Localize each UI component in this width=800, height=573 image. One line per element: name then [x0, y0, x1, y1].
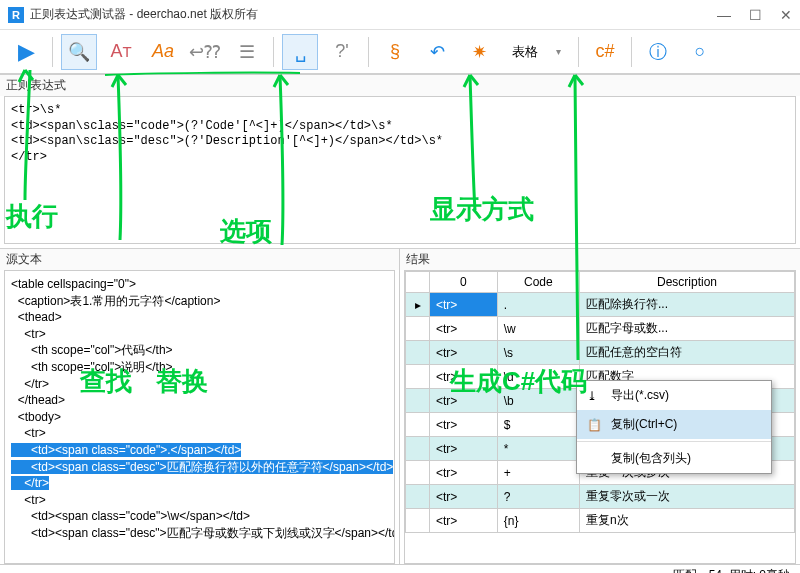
menu-item[interactable]: 📋复制(Ctrl+C): [577, 410, 771, 439]
source-input[interactable]: <table cellspacing="0"> <caption>表1.常用的元…: [4, 270, 395, 564]
run-button[interactable]: ▶: [8, 34, 44, 70]
display-mode-dropdown[interactable]: 表格 ▾: [503, 40, 570, 64]
display-mode-label: 表格: [512, 43, 538, 61]
regex-input[interactable]: <tr>\s* <td><span\sclass="code">(?'Code'…: [4, 96, 796, 244]
regex-text: <tr>\s* <td><span\sclass="code">(?'Code'…: [5, 97, 795, 171]
gear-icon[interactable]: ✷: [461, 34, 497, 70]
menu-item[interactable]: 复制(包含列头): [577, 444, 771, 473]
replace-button[interactable]: ↩⁇: [187, 34, 223, 70]
table-row[interactable]: <tr>\s匹配任意的空白符: [406, 341, 795, 365]
titlebar: R 正则表达式测试器 - deerchao.net 版权所有 — ☐ ✕: [0, 0, 800, 30]
italic-text-button[interactable]: Aa: [145, 34, 181, 70]
window-title: 正则表达式测试器 - deerchao.net 版权所有: [30, 6, 258, 23]
source-pane-label: 源文本: [0, 248, 399, 270]
csharp-codegen-button[interactable]: c#: [587, 34, 623, 70]
space-option-button[interactable]: ␣: [282, 34, 318, 70]
context-menu: ⤓导出(*.csv)📋复制(Ctrl+C)复制(包含列头): [576, 380, 772, 474]
undo-button[interactable]: ↶: [419, 34, 455, 70]
question-option-button[interactable]: ?': [324, 34, 360, 70]
app-icon: R: [8, 7, 24, 23]
close-button[interactable]: ✕: [780, 7, 792, 23]
table-row[interactable]: <tr>{n}重复n次: [406, 509, 795, 533]
text-tool-button[interactable]: AT: [103, 34, 139, 70]
toolbar: ▶ 🔍 AT Aa ↩⁇ ☰ ␣ ?' § ↶ ✷ 表格 ▾ c# ⓘ ○: [0, 30, 800, 74]
table-row[interactable]: ▸<tr>.匹配除换行符...: [406, 293, 795, 317]
info-button[interactable]: ⓘ: [640, 34, 676, 70]
result-pane-label: 结果: [400, 248, 800, 270]
status-bar: 匹配：54, 用时: 0毫秒: [0, 564, 800, 573]
menu-item[interactable]: ⤓导出(*.csv): [577, 381, 771, 410]
status-text: 匹配：54, 用时: 0毫秒: [673, 567, 790, 573]
find-button[interactable]: 🔍: [61, 34, 97, 70]
regex-pane-label: 正则表达式: [0, 74, 800, 96]
chevron-down-icon: ▾: [556, 46, 561, 57]
list-button[interactable]: ☰: [229, 34, 265, 70]
script-button[interactable]: §: [377, 34, 413, 70]
table-row[interactable]: <tr>\w匹配字母或数...: [406, 317, 795, 341]
maximize-button[interactable]: ☐: [749, 7, 762, 23]
minimize-button[interactable]: —: [717, 7, 731, 23]
circle-button[interactable]: ○: [682, 34, 718, 70]
table-row[interactable]: <tr>?重复零次或一次: [406, 485, 795, 509]
